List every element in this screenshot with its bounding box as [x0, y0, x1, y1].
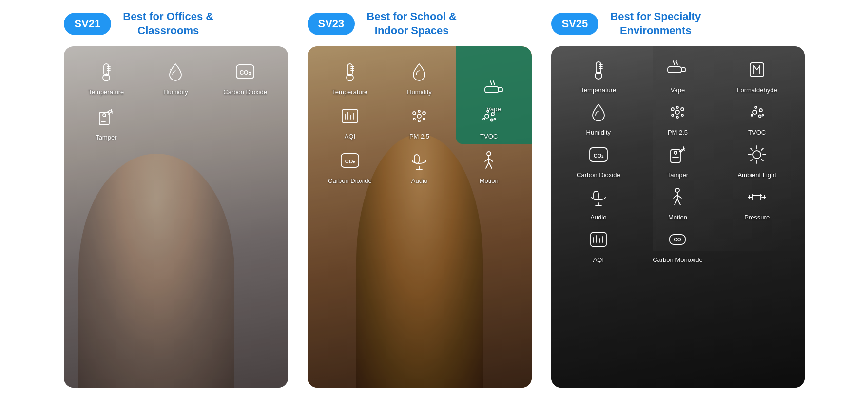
svg-point-71 [751, 114, 753, 116]
sensor-label: Ambient Light [737, 171, 776, 179]
sensor-label: TVOC [748, 129, 766, 136]
pm25-icon [664, 99, 691, 126]
svg-line-97 [677, 199, 680, 205]
sensor-label: Temperature [332, 88, 367, 96]
sensor-label: PM 2.5 [668, 129, 688, 136]
sensor-carbon-monoxide-sv25: CO Carbon Monoxide [638, 226, 717, 263]
svg-point-25 [417, 114, 421, 118]
svg-point-62 [671, 108, 674, 111]
sensor-formaldehyde-sv25: Formaldehyde [717, 56, 797, 94]
svg-text:CO₂: CO₂ [240, 69, 251, 76]
svg-text:CO₂: CO₂ [345, 159, 356, 164]
tvoc-icon [743, 99, 771, 126]
sensor-co2-sv23: CO₂ Carbon Dioxide [315, 147, 385, 184]
svg-line-60 [757, 66, 760, 70]
svg-line-85 [751, 148, 752, 150]
svg-point-68 [753, 110, 757, 114]
svg-line-58 [754, 66, 757, 70]
product-col-sv25: SV25 Best for SpecialtyEnvironments Temp… [551, 10, 805, 388]
tvoc-icon [475, 102, 502, 130]
motion-icon [664, 183, 691, 211]
vape-icon [664, 56, 691, 83]
svg-point-34 [491, 119, 493, 121]
svg-line-94 [674, 195, 677, 198]
svg-rect-104 [591, 233, 606, 246]
svg-rect-89 [594, 191, 598, 200]
humidity-icon [162, 58, 189, 85]
svg-point-26 [413, 112, 416, 115]
product-title-sv25: Best for SpecialtyEnvironments [610, 10, 701, 38]
svg-line-86 [761, 159, 763, 161]
svg-point-36 [494, 119, 496, 120]
svg-point-72 [762, 115, 764, 116]
sensor-label: Carbon Dioxide [328, 177, 372, 184]
aqi-icon [336, 102, 364, 130]
svg-line-47 [486, 162, 489, 168]
svg-point-35 [483, 118, 485, 120]
sensor-label: Carbon Monoxide [653, 256, 703, 263]
carbon-monoxide-icon: CO [664, 226, 691, 253]
product-header-sv21: SV21 Best for Offices &Classrooms [64, 10, 288, 38]
svg-point-10 [103, 114, 106, 117]
svg-rect-20 [342, 109, 358, 123]
sensor-label: Pressure [744, 214, 770, 221]
sensor-temperature-sv25: Temperature [559, 56, 638, 94]
svg-point-69 [759, 109, 762, 112]
thermometer-icon [585, 56, 612, 83]
sensor-label: Humidity [586, 129, 611, 136]
svg-point-80 [753, 151, 761, 159]
svg-line-96 [675, 199, 677, 205]
svg-line-95 [677, 195, 681, 198]
sensor-motion-sv23: Motion [454, 147, 524, 184]
svg-point-70 [759, 115, 761, 118]
sensor-label: Carbon Dioxide [577, 171, 620, 179]
sensor-label: PM 2.5 [409, 133, 429, 140]
product-header-sv23: SV23 Best for School &Indoor Spaces [308, 10, 532, 38]
svg-point-66 [676, 106, 678, 108]
sensor-co2-sv25: CO₂ Carbon Dioxide [559, 141, 638, 179]
svg-point-64 [672, 114, 674, 116]
svg-line-45 [485, 159, 489, 161]
motion-icon [475, 147, 502, 174]
tamper-icon [93, 103, 120, 131]
sensors-sv23: Temperature Humidity AQI [308, 46, 532, 388]
svg-point-30 [418, 110, 420, 112]
svg-point-27 [423, 112, 425, 115]
sensor-temperature-sv23: Temperature [315, 58, 385, 96]
sensor-label: AQI [345, 133, 355, 140]
svg-point-67 [676, 116, 678, 118]
sensor-label: Audio [411, 177, 427, 184]
co2-icon: CO₂ [336, 147, 364, 174]
sensor-pressure-sv25: Pressure [717, 183, 797, 221]
sensor-motion-sv25: Motion [638, 183, 717, 221]
sensor-humidity-sv23: Humidity [385, 58, 454, 96]
sensor-label: Carbon Dioxide [223, 88, 267, 96]
sensor-tamper-sv25: Tamper [638, 141, 717, 179]
svg-point-73 [755, 106, 757, 108]
svg-point-92 [675, 188, 679, 192]
svg-rect-55 [681, 68, 685, 72]
product-header-sv25: SV25 Best for SpecialtyEnvironments [551, 10, 805, 38]
sensor-label: Audio [590, 214, 606, 221]
formaldehyde-icon [743, 56, 771, 83]
svg-point-63 [681, 108, 684, 111]
sensor-co2-sv21: CO₂ Carbon Dioxide [211, 58, 280, 96]
sensor-humidity-sv21: Humidity [141, 58, 211, 96]
svg-point-32 [485, 114, 489, 118]
product-title-sv21: Best for Offices &Classrooms [123, 10, 213, 38]
tamper-icon [664, 141, 691, 168]
svg-rect-54 [668, 67, 681, 73]
audio-icon [405, 147, 433, 174]
sensor-tvoc-sv23: TVOC [454, 102, 524, 140]
svg-point-31 [418, 120, 420, 122]
svg-rect-40 [414, 155, 419, 163]
product-col-sv23: SV23 Best for School &Indoor Spaces Vape [308, 10, 532, 388]
product-card-sv25: Temperature Vape Formaldehyde [551, 46, 805, 388]
sensor-aqi-sv23: AQI [315, 102, 385, 140]
sensor-label: Temperature [88, 88, 124, 96]
thermometer-icon [336, 58, 364, 85]
svg-point-77 [674, 151, 677, 154]
svg-text:CO₂: CO₂ [594, 153, 604, 159]
product-title-sv23: Best for School &Indoor Spaces [366, 10, 457, 38]
sensor-label: Motion [480, 177, 499, 184]
